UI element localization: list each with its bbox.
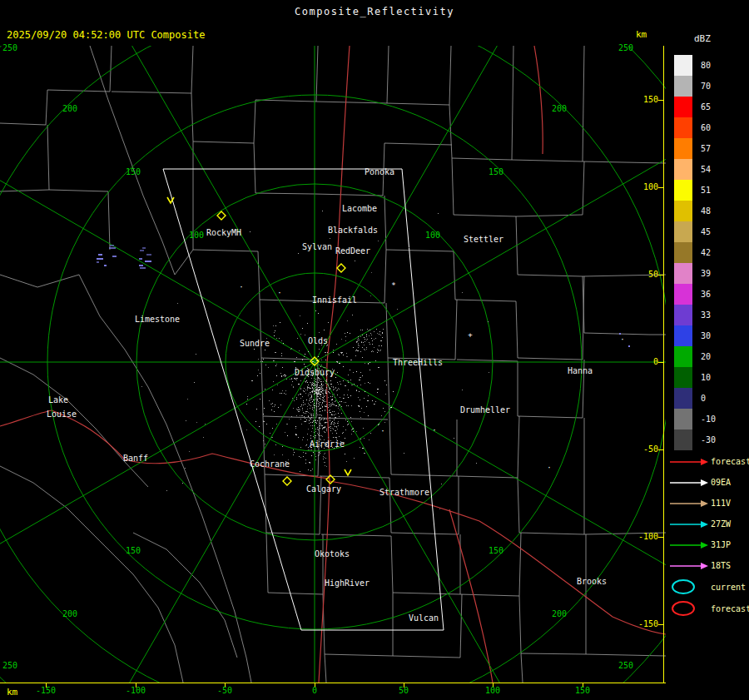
colorbar-row: 39 <box>674 263 716 284</box>
colorbar-value: 48 <box>701 206 711 216</box>
colorbar-row: 36 <box>674 284 716 305</box>
radar-echoes <box>97 211 630 509</box>
colorbar-swatch <box>674 138 692 159</box>
colorbar-swatch <box>674 429 692 450</box>
colorbar-swatch <box>674 242 692 263</box>
colorbar-swatch <box>674 201 692 221</box>
colorbar-row: 48 <box>674 201 716 221</box>
colorbar-swatch <box>674 388 692 409</box>
colorbar-swatch <box>674 346 692 367</box>
colorbar-row: 60 <box>674 117 716 138</box>
colorbar-row: 54 <box>674 159 716 180</box>
colorbar-row: 10 <box>674 367 716 388</box>
highways <box>0 46 666 683</box>
colorbar-title: dBZ <box>694 33 711 44</box>
colorbar-row: 80 <box>674 55 716 76</box>
colorbar-value: -10 <box>701 415 716 424</box>
ellipse-icon <box>669 578 711 596</box>
colorbar-row: 51 <box>674 180 716 201</box>
legend-item: forecast <box>669 598 749 619</box>
coverage-outline <box>163 169 444 630</box>
legend-item-label: current <box>711 583 746 592</box>
colorbar-value: 36 <box>701 290 711 299</box>
legend-item-label: 31JP <box>711 540 731 549</box>
colorbar-swatch <box>674 284 692 305</box>
colorbar-value: 54 <box>701 165 711 174</box>
radar-site-diamond-icon <box>217 211 226 220</box>
colorbar-value: 70 <box>701 82 711 91</box>
legend-item: 111V <box>669 493 749 514</box>
colorbar-swatch <box>674 76 692 97</box>
colorbar-value: 10 <box>701 373 711 382</box>
colorbar-value: 30 <box>701 331 711 340</box>
dbz-colorbar: 807065605754514845423936333020100-10-30 <box>674 55 716 450</box>
ellipse-icon <box>669 599 711 618</box>
colorbar-value: 51 <box>701 186 711 195</box>
colorbar-value: -30 <box>701 435 716 444</box>
legend-item-label: 09EA <box>711 478 731 487</box>
colorbar-value: 45 <box>701 227 711 236</box>
legend-panel: dBZ 807065605754514845423936333020100-10… <box>666 0 749 700</box>
colorbar-swatch <box>674 180 692 201</box>
colorbar-value: 39 <box>701 269 711 278</box>
colorbar-row: 33 <box>674 305 716 325</box>
colorbar-value: 57 <box>701 144 711 153</box>
colorbar-value: 80 <box>701 61 711 70</box>
colorbar-value: 33 <box>701 310 711 320</box>
legend-item: 27ZW <box>669 514 749 534</box>
colorbar-value: 42 <box>701 248 711 257</box>
radar-app-window: Composite_Reflectivity 2025/09/20 04:52:… <box>0 0 749 700</box>
colorbar-row: 65 <box>674 97 716 117</box>
legend-item: current <box>669 576 749 598</box>
colorbar-swatch <box>674 55 692 76</box>
colorbar-value: 65 <box>701 102 711 112</box>
legend-item-label: 18TS <box>711 561 731 570</box>
colorbar-swatch <box>674 97 692 117</box>
colorbar-swatch <box>674 117 692 138</box>
arrow-icon <box>669 478 711 488</box>
site-markers <box>167 197 351 485</box>
colorbar-swatch <box>674 263 692 284</box>
legend-item: forecast <box>669 451 749 472</box>
colorbar-value: 60 <box>701 123 711 132</box>
arrow-icon <box>669 540 711 550</box>
colorbar-row: 30 <box>674 325 716 346</box>
legend-item-label: 111V <box>711 499 731 508</box>
chevron-marker-icon <box>345 469 351 475</box>
colorbar-row: -30 <box>674 429 716 450</box>
county-boundaries <box>0 46 666 683</box>
colorbar-value: 0 <box>701 394 706 403</box>
colorbar-swatch <box>674 325 692 346</box>
colorbar-row: 42 <box>674 242 716 263</box>
colorbar-swatch <box>674 409 692 429</box>
arrow-icon <box>669 561 711 571</box>
colorbar-row: 20 <box>674 346 716 367</box>
arrow-icon <box>669 519 711 529</box>
legend-item: 31JP <box>669 534 749 555</box>
arrow-icon <box>669 457 711 467</box>
colorbar-row: 70 <box>674 76 716 97</box>
legend-item-label: 27ZW <box>711 519 731 529</box>
radar-site-diamond-icon <box>337 264 345 272</box>
radar-map-canvas <box>0 0 666 700</box>
colorbar-value: 20 <box>701 352 711 361</box>
legend-item: 18TS <box>669 555 749 576</box>
colorbar-row: 57 <box>674 138 716 159</box>
colorbar-swatch <box>674 367 692 388</box>
colorbar-swatch <box>674 159 692 180</box>
colorbar-swatch <box>674 221 692 242</box>
vector-legend: forecast09EA111V27ZW31JP18TScurrentforec… <box>669 451 749 619</box>
colorbar-row: 45 <box>674 221 716 242</box>
legend-item-label: forecast <box>711 457 749 466</box>
colorbar-swatch <box>674 305 692 325</box>
colorbar-row: -10 <box>674 409 716 429</box>
colorbar-row: 0 <box>674 388 716 409</box>
axes <box>0 46 666 688</box>
arrow-icon <box>669 499 711 509</box>
legend-item-label: forecast <box>711 604 749 613</box>
legend-item: 09EA <box>669 472 749 493</box>
radar-site-diamond-icon <box>283 477 291 485</box>
